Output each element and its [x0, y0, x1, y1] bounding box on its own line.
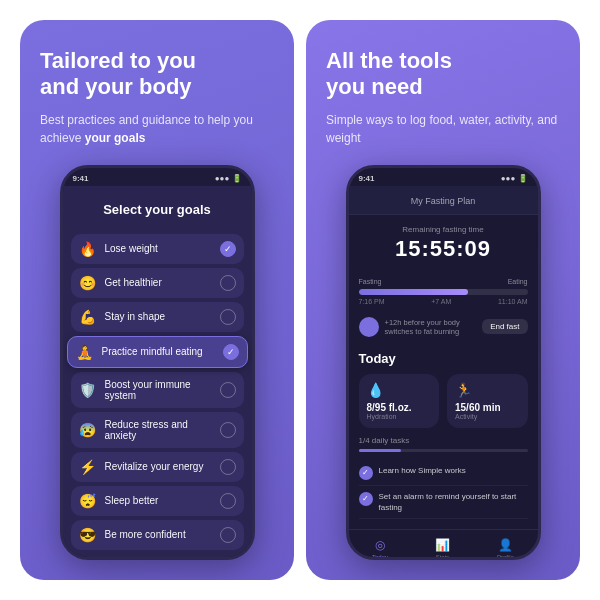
goal-emoji: 😴 — [79, 493, 97, 509]
goal-checkbox[interactable] — [220, 275, 236, 291]
goals-heading-text: Select your goals — [103, 202, 211, 217]
task-check-icon — [359, 466, 373, 480]
nav-icon: ◎ — [375, 538, 385, 552]
hydration-value: 8/95 fl.oz. — [367, 402, 432, 413]
task-item: Learn how Simple works — [359, 460, 528, 486]
goal-text: Stay in shape — [105, 311, 212, 322]
goal-text: Get healthier — [105, 277, 212, 288]
goal-checkbox[interactable] — [223, 344, 239, 360]
phone-right: 9:41 ●●● 🔋 My Fasting Plan Remaining fas… — [346, 165, 541, 560]
end-fast-button[interactable]: End fast — [482, 319, 527, 334]
today-title: Today — [359, 351, 528, 366]
hydration-label: Hydration — [367, 413, 432, 420]
goal-checkbox[interactable] — [220, 527, 236, 543]
status-bar-left: 9:41 ●●● 🔋 — [63, 168, 252, 186]
goal-text: Sleep better — [105, 495, 212, 506]
main-container: Tailored to you and your body Best pract… — [0, 0, 600, 600]
goal-emoji: 😎 — [79, 527, 97, 543]
nav-label: Profile — [497, 554, 514, 560]
activity-label: Activity — [455, 413, 520, 420]
fasting-actions: +12h before your body switches to fat bu… — [349, 311, 538, 343]
goal-checkbox[interactable] — [220, 493, 236, 509]
nav-item-stats[interactable]: 📊 Stats — [435, 538, 450, 560]
goal-text: Reduce stress and anxiety — [105, 419, 212, 441]
right-panel: All the tools you need Simple ways to lo… — [306, 20, 580, 580]
remaining-label: Remaining fasting time — [359, 225, 528, 234]
goal-emoji: 🧘 — [76, 344, 94, 360]
fasting-bar: Fasting Eating 7:16 PM +7 AM 11:10 AM — [349, 272, 538, 311]
task-check-icon — [359, 492, 373, 506]
today-section: Today 💧 8/95 fl.oz. Hydration 🏃 — [349, 343, 538, 525]
nav-label: Stats — [436, 554, 450, 560]
fasting-timer-section: Remaining fasting time 15:55:09 — [349, 215, 538, 272]
goal-item[interactable]: 🧘 Practice mindful eating — [67, 336, 248, 368]
goal-emoji: 😰 — [79, 422, 97, 438]
right-panel-title: All the tools you need — [326, 48, 560, 101]
fasting-plan-label: My Fasting Plan — [359, 196, 528, 206]
goals-list: 🔥 Lose weight 😊 Get healthier 💪 Stay in … — [63, 228, 252, 560]
fasting-label: Fasting — [359, 278, 382, 285]
time-end: 11:10 AM — [498, 298, 528, 305]
left-panel: Tailored to you and your body Best pract… — [20, 20, 294, 580]
goal-item[interactable]: 🔥 Lose weight — [71, 234, 244, 264]
hydration-card: 💧 8/95 fl.oz. Hydration — [359, 374, 440, 428]
hint-text: +12h before your body switches to fat bu… — [385, 318, 477, 336]
goal-item[interactable]: 😊 Get healthier — [71, 268, 244, 298]
timer-display: 15:55:09 — [359, 236, 528, 262]
nav-icon: 👤 — [498, 538, 513, 552]
tasks-list: Learn how Simple works Set an alarm to r… — [359, 460, 528, 519]
fasting-progress-fill — [359, 289, 469, 295]
time-mid: +7 AM — [431, 298, 451, 305]
goal-text: Lose weight — [105, 243, 212, 254]
goal-checkbox[interactable] — [220, 422, 236, 438]
goal-text: Practice mindful eating — [102, 346, 215, 357]
metrics-row: 💧 8/95 fl.oz. Hydration 🏃 15/60 min Acti… — [359, 374, 528, 428]
phone-left: 9:41 ●●● 🔋 Select your goals 🔥 Lose weig… — [60, 165, 255, 560]
fasting-progress-track — [359, 289, 528, 295]
activity-card: 🏃 15/60 min Activity — [447, 374, 528, 428]
task-item: Set an alarm to remind yourself to start… — [359, 486, 528, 519]
goal-item[interactable]: 💪 Stay in shape — [71, 302, 244, 332]
goals-header: Select your goals — [63, 186, 252, 228]
goal-checkbox[interactable] — [220, 309, 236, 325]
goal-text: Be more confident — [105, 529, 212, 540]
goal-item[interactable]: 😴 Sleep better — [71, 486, 244, 516]
goal-emoji: 😊 — [79, 275, 97, 291]
time-start: 7:16 PM — [359, 298, 385, 305]
activity-value: 15/60 min — [455, 402, 520, 413]
goal-item[interactable]: ⚡ Revitalize your energy — [71, 452, 244, 482]
left-panel-subtitle: Best practices and guidance to help you … — [40, 111, 274, 147]
goal-emoji: ⚡ — [79, 459, 97, 475]
nav-icon: 📊 — [435, 538, 450, 552]
fasting-labels: Fasting Eating — [359, 278, 528, 285]
goal-checkbox[interactable] — [220, 241, 236, 257]
goal-text: Boost your immune system — [105, 379, 212, 401]
bottom-nav: ◎ Today 📊 Stats 👤 Profile — [349, 529, 538, 560]
goal-item[interactable]: 🛡️ Boost your immune system — [71, 372, 244, 408]
goal-item[interactable]: 😎 Be more confident — [71, 520, 244, 550]
daily-progress-bar — [359, 449, 528, 452]
daily-tasks-label: 1/4 daily tasks — [359, 436, 528, 445]
goal-checkbox[interactable] — [220, 382, 236, 398]
fasting-times: 7:16 PM +7 AM 11:10 AM — [359, 298, 528, 305]
daily-progress-fill — [359, 449, 401, 452]
nav-label: Today — [372, 554, 388, 560]
fasting-header: My Fasting Plan — [349, 186, 538, 215]
eating-label: Eating — [508, 278, 528, 285]
nav-item-profile[interactable]: 👤 Profile — [497, 538, 514, 560]
user-avatar — [359, 317, 379, 337]
goal-item[interactable]: 😰 Reduce stress and anxiety — [71, 412, 244, 448]
goal-checkbox[interactable] — [220, 459, 236, 475]
goal-emoji: 🔥 — [79, 241, 97, 257]
task-text: Set an alarm to remind yourself to start… — [379, 491, 528, 513]
nav-item-today[interactable]: ◎ Today — [372, 538, 388, 560]
status-bar-right: 9:41 ●●● 🔋 — [349, 168, 538, 186]
right-panel-subtitle: Simple ways to log food, water, activity… — [326, 111, 560, 147]
goal-emoji: 💪 — [79, 309, 97, 325]
goal-text: Revitalize your energy — [105, 461, 212, 472]
water-icon: 💧 — [367, 382, 384, 398]
goal-emoji: 🛡️ — [79, 382, 97, 398]
left-panel-title: Tailored to you and your body — [40, 48, 274, 101]
task-text: Learn how Simple works — [379, 465, 466, 476]
activity-icon: 🏃 — [455, 382, 472, 398]
